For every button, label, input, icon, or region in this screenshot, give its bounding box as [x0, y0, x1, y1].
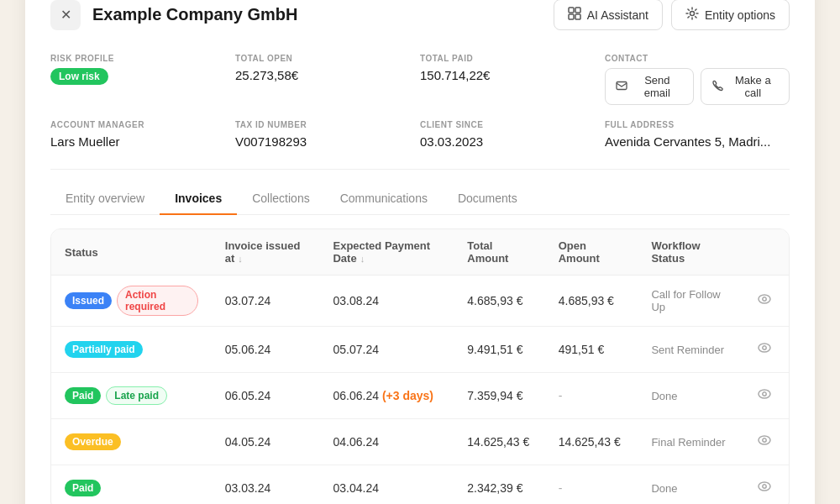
svg-point-13 [763, 438, 766, 442]
ai-assistant-label: AI Assistant [587, 8, 648, 22]
col-issued-at[interactable]: Invoice issued at↓ [212, 229, 320, 276]
phone-icon [711, 80, 723, 94]
full-address-cell: FULL ADDRESS Avenida Cervantes 5, Madri.… [605, 117, 790, 152]
send-email-button[interactable]: Send email [605, 68, 694, 105]
view-button-2[interactable] [753, 383, 775, 408]
risk-badge: Low risk [50, 68, 108, 85]
full-address-value: Avenida Cervantes 5, Madri... [605, 134, 790, 149]
status-cell-4: Paid [51, 465, 212, 505]
email-icon [616, 80, 627, 94]
badge-partial-1: Partially paid [65, 341, 143, 358]
account-manager-value: Lars Mueller [50, 134, 235, 149]
risk-profile-cell: RISK PROFILE Low risk [50, 50, 235, 108]
status-cell-0: IssuedAction required [51, 276, 212, 327]
contact-cell: CONTACT Send email [605, 50, 790, 108]
full-address-label: FULL ADDRESS [605, 120, 790, 129]
total-amount-4: 2.342,39 € [454, 465, 544, 505]
svg-rect-5 [617, 81, 627, 89]
total-paid-value: 150.714,22€ [420, 68, 605, 82]
svg-rect-2 [569, 14, 574, 19]
view-button-3[interactable] [753, 429, 775, 454]
svg-point-6 [759, 295, 770, 303]
workflow-status-2: Done [638, 373, 740, 419]
table-row: Overdue04.05.2404.06.2414.625,43 €14.625… [51, 419, 789, 465]
table-row: PaidLate paid06.05.2406.06.24 (+3 days)7… [51, 373, 789, 419]
open-amount-0: 4.685,93 € [545, 276, 638, 327]
tabs: Entity overview Invoices Collections Com… [50, 183, 790, 215]
table-row: Partially paid05.06.2405.07.249.491,51 €… [51, 327, 789, 373]
info-grid: RISK PROFILE Low risk TOTAL OPEN 25.273,… [50, 50, 790, 170]
svg-point-4 [690, 12, 694, 16]
total-amount-0: 4.685,93 € [454, 276, 544, 327]
header-actions: AI Assistant Entity options [554, 0, 790, 30]
table-header-row: Status Invoice issued at↓ Expected Payme… [51, 229, 789, 276]
eye-cell-0 [740, 276, 789, 327]
eye-cell-3 [740, 419, 789, 465]
tab-collections[interactable]: Collections [237, 183, 324, 215]
svg-point-14 [759, 482, 770, 491]
account-manager-label: ACCOUNT MANAGER [50, 120, 235, 129]
eye-cell-2 [740, 373, 789, 419]
svg-point-9 [763, 346, 766, 349]
entity-options-button[interactable]: Entity options [671, 0, 790, 30]
tax-id-label: TAX ID NUMBER [235, 120, 420, 129]
payment-date-4: 03.04.24 [319, 465, 454, 505]
entity-options-label: Entity options [705, 8, 775, 22]
contact-buttons: Send email Make a call [605, 68, 790, 105]
table-row: IssuedAction required03.07.2403.08.244.6… [51, 276, 789, 327]
tax-id-cell: TAX ID NUMBER V007198293 [235, 117, 420, 152]
total-amount-3: 14.625,43 € [454, 419, 544, 465]
svg-point-12 [759, 436, 770, 444]
eye-cell-1 [740, 327, 789, 373]
status-cell-1: Partially paid [51, 327, 212, 373]
tab-communications[interactable]: Communications [325, 183, 443, 215]
col-payment-date[interactable]: Expected Payment Date↓ [319, 229, 454, 276]
tab-invoices[interactable]: Invoices [160, 183, 237, 215]
table-row: Paid03.03.2403.04.242.342,39 €-Done [51, 465, 789, 505]
tab-documents[interactable]: Documents [443, 183, 533, 215]
issued-at-4: 03.03.24 [212, 465, 320, 505]
issued-at-0: 03.07.24 [212, 276, 320, 327]
make-call-button[interactable]: Make a call [701, 68, 790, 105]
client-since-cell: CLIENT SINCE 03.03.2023 [420, 117, 605, 152]
total-amount-2: 7.359,94 € [454, 373, 544, 419]
svg-rect-3 [575, 14, 580, 19]
make-call-label: Make a call [727, 74, 779, 99]
invoices-table: Status Invoice issued at↓ Expected Payme… [50, 228, 790, 504]
account-manager-cell: ACCOUNT MANAGER Lars Mueller [50, 117, 235, 152]
col-workflow-status: Workflow Status [638, 229, 740, 276]
total-open-label: TOTAL OPEN [235, 54, 420, 63]
ai-assistant-button[interactable]: AI Assistant [554, 0, 663, 30]
close-button[interactable]: ✕ [50, 0, 81, 30]
open-amount-3: 14.625,43 € [545, 419, 638, 465]
svg-rect-0 [569, 8, 574, 13]
open-amount-4: - [545, 465, 638, 505]
eye-cell-4 [740, 465, 789, 505]
svg-point-7 [763, 297, 766, 301]
client-since-label: CLIENT SINCE [420, 120, 605, 129]
open-amount-1: 491,51 € [545, 327, 638, 373]
total-open-value: 25.273,58€ [235, 68, 420, 82]
badge-paid-2: Paid [65, 387, 101, 404]
view-button-1[interactable] [753, 337, 775, 362]
open-amount-2: - [545, 373, 638, 419]
svg-rect-1 [575, 8, 580, 13]
tab-entity-overview[interactable]: Entity overview [50, 183, 160, 215]
view-button-0[interactable] [753, 288, 775, 313]
total-paid-label: TOTAL PAID [420, 54, 605, 63]
view-button-4[interactable] [753, 475, 775, 501]
total-open-cell: TOTAL OPEN 25.273,58€ [235, 50, 420, 108]
payment-date-2: 06.06.24 (+3 days) [319, 373, 454, 419]
workflow-status-0: Call for Follow Up [638, 276, 740, 327]
svg-point-10 [759, 390, 770, 398]
issued-at-3: 04.05.24 [212, 419, 320, 465]
gear-icon [685, 7, 699, 23]
status-cell-3: Overdue [51, 419, 212, 465]
badge-paid-4: Paid [65, 480, 101, 496]
issued-at-2: 06.05.24 [212, 373, 320, 419]
payment-date-0: 03.08.24 [319, 276, 454, 327]
svg-point-11 [763, 392, 766, 396]
badge-overdue-3: Overdue [65, 433, 121, 450]
col-open-amount: Open Amount [545, 229, 638, 276]
badge-action-0: Action required [117, 286, 198, 316]
